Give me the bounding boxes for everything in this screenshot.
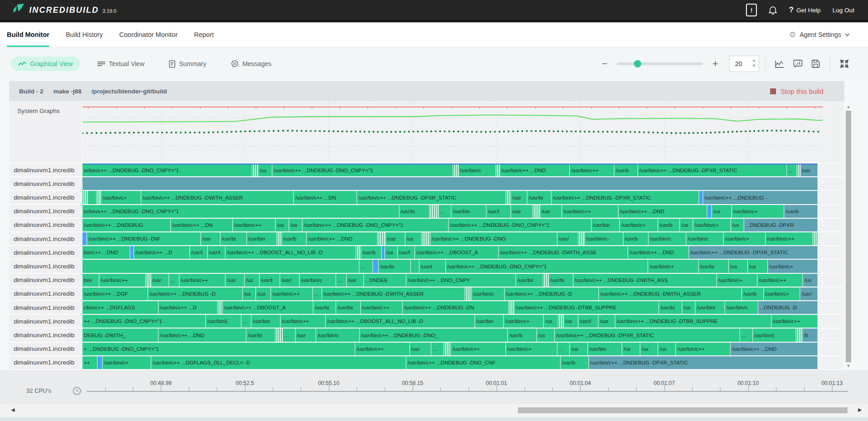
task-segment[interactable]: /usr [201, 232, 220, 245]
scroll-right-icon[interactable]: ▶ [858, 407, 862, 413]
task-segment[interactable]: . [411, 260, 419, 272]
task-segment[interactable] [82, 191, 87, 204]
task-segment[interactable]: ... [439, 205, 451, 218]
task-segment[interactable]: /usr/bin/c++ [271, 288, 312, 300]
task-segment[interactable] [558, 315, 563, 328]
zoom-value-input[interactable] [734, 60, 753, 68]
task-segment[interactable]: /usr [296, 329, 316, 341]
task-segment[interactable]: /us [731, 219, 744, 231]
notifications-alert-icon[interactable]: ! [746, 4, 757, 16]
task-segment[interactable]: /usr/bin/c+ [764, 288, 800, 300]
task-segment[interactable] [699, 191, 703, 204]
zoom-slider[interactable] [617, 62, 703, 65]
task-segment[interactable]: /usr/b [658, 219, 679, 231]
task-segment[interactable]: /usr/b [361, 246, 381, 259]
task-segment[interactable]: /usr/bin/c++ ...DNDEBUG -DNO_CNPY="1 [302, 219, 448, 231]
task-segment[interactable] [496, 164, 500, 176]
task-segment[interactable]: /usr/bin/c++ ...DNDEBUG -DNO [430, 232, 557, 245]
task-segment[interactable]: ... [740, 329, 752, 341]
task-segment[interactable]: ++ ...DNDEBUG -DNO_CNPY="1 [82, 315, 205, 328]
task-segment[interactable]: /usr [801, 164, 817, 176]
summary-button[interactable]: Summary [162, 56, 214, 72]
task-segment[interactable]: /usr/bin/c+ [732, 205, 784, 218]
task-segment[interactable]: /usr/bin/c++ ...DND [628, 246, 689, 259]
task-segment[interactable]: /us [544, 315, 558, 328]
task-segment[interactable]: /us [640, 343, 658, 355]
task-segment[interactable]: /usr/t [260, 274, 280, 287]
task-segment[interactable]: /usr/bin/c+ [768, 260, 818, 272]
task-segment[interactable]: /usr/ [557, 232, 578, 245]
task-segment[interactable] [356, 246, 361, 259]
task-segment[interactable]: ... [283, 329, 295, 341]
task-segment[interactable]: /usr/bin/c++ [771, 315, 817, 328]
task-segment[interactable] [218, 301, 222, 314]
task-segment[interactable]: /usr/bi [220, 232, 246, 245]
task-segment[interactable]: /usr/bin/c+ [102, 356, 151, 369]
task-segment[interactable]: /usr/bin/c [648, 232, 685, 245]
task-segment[interactable]: /usr/l [190, 246, 207, 259]
vertical-scrollbar-thumb[interactable] [846, 111, 851, 362]
task-segment[interactable]: /usr/bin/c++ ...DNDEBUG -DW [87, 232, 200, 245]
task-segment[interactable]: /usr/bin/c++ [766, 232, 812, 245]
task-segment[interactable]: /usr/bin/c [300, 274, 336, 287]
task-segment[interactable]: /usr/bin [592, 219, 620, 231]
task-segment[interactable]: ... [336, 274, 346, 287]
task-segment[interactable] [578, 232, 585, 245]
task-segment[interactable] [378, 232, 385, 245]
task-segment[interactable]: /usr/bin/c++ ...DNDEBUG -DWITH_ASSER [599, 288, 741, 300]
task-segment[interactable]: /usr/bin/c++ ...DND [730, 343, 817, 355]
task-segment[interactable]: /usr/bin [588, 343, 622, 355]
task-segment[interactable]: ... [557, 343, 570, 355]
task-segment[interactable]: ... [313, 288, 322, 300]
task-segment[interactable]: /usr/bin/c [725, 301, 758, 314]
task-segment[interactable]: /usr/bin/c++ ...DNDEBUG -DWITH_ASSER [322, 288, 465, 300]
task-segment[interactable]: /usr/bin/c++ ...DN [294, 191, 357, 204]
task-segment[interactable]: /usr/bin/c++ ...DNDEBUG -DNO_CNPY="1 [272, 164, 453, 176]
bar-chart-panel-icon[interactable] [793, 60, 803, 68]
horizontal-scrollbar-thumb[interactable] [518, 407, 848, 413]
task-segment[interactable]: /us [276, 219, 288, 231]
task-segment[interactable]: /usr [256, 288, 271, 300]
task-segment[interactable]: /usr [540, 205, 562, 218]
task-segment[interactable] [252, 164, 258, 176]
tab-build-history[interactable]: Build History [66, 22, 102, 47]
task-segment[interactable] [82, 232, 87, 245]
task-segment[interactable]: /usr/b [508, 329, 536, 341]
task-segment[interactable]: /usr/bin/c+ [648, 260, 698, 272]
task-segment[interactable]: /usr/bin/c++ [281, 315, 326, 328]
task-segment[interactable]: /usr/bin/c [686, 232, 723, 245]
task-segment[interactable]: /b [802, 329, 817, 341]
task-segment[interactable]: /usr/l [398, 246, 415, 259]
task-segment[interactable] [82, 260, 359, 272]
tab-build-monitor[interactable]: Build Monitor [7, 22, 49, 47]
task-segment[interactable]: DEBUG -DWITH_ [82, 329, 158, 341]
task-segment[interactable]: /usr/bin/c+ [101, 191, 141, 204]
task-segment[interactable]: /usr/bin [475, 315, 503, 328]
task-segment[interactable]: /usr/bin/c++ ...DNDEBUG -DPXR_STATIC [551, 191, 699, 204]
task-segment[interactable]: /usr/bin/c+ [504, 315, 543, 328]
task-segment[interactable]: /us [564, 315, 578, 328]
task-segment[interactable]: /usr [598, 315, 615, 328]
zoom-in-button[interactable]: + [708, 58, 723, 70]
task-segment[interactable]: /usr/bin/c++ ...DGF [82, 288, 148, 300]
task-segment[interactable]: /usr/bin/c++ ...DN [171, 219, 233, 231]
task-segment[interactable] [796, 329, 802, 341]
task-segment[interactable]: /us [570, 343, 587, 355]
task-segment[interactable] [130, 246, 133, 259]
vertical-scrollbar[interactable]: ▲ ▼ [845, 103, 852, 369]
task-segment[interactable]: sr/bin/c++ ...DNDEBUG -DNO_CNPY="1 [82, 205, 399, 218]
task-segment[interactable]: /usr/bin/c+ [693, 219, 730, 231]
task-segment[interactable]: /usr/bin/c++ ...DNDEBUG -DNO_ [360, 329, 508, 341]
log-out-link[interactable]: Log Out [832, 7, 854, 14]
task-segment[interactable]: /usr/bin/c++ ...DNDEBUG -DWITH_ASS [573, 274, 716, 287]
task-segment[interactable] [373, 260, 378, 272]
task-segment[interactable]: /usr/bin/c++ ...DNDEBUG -DWITH_ASSE [499, 246, 628, 259]
task-segment[interactable]: /usr/bin [247, 232, 276, 245]
task-segment[interactable]: /usr/bin/c [459, 164, 495, 176]
task-segment[interactable]: /usr/bin/c++ [361, 301, 402, 314]
task-segment[interactable]: r/bin/c++ ...DGFLAGS [82, 301, 158, 314]
task-segment[interactable]: /usr/l [486, 205, 511, 218]
task-segment[interactable]: /usr/t [419, 260, 445, 272]
task-segment[interactable]: /usr/bin/c++ [676, 343, 730, 355]
task-segment[interactable]: /us [622, 343, 639, 355]
